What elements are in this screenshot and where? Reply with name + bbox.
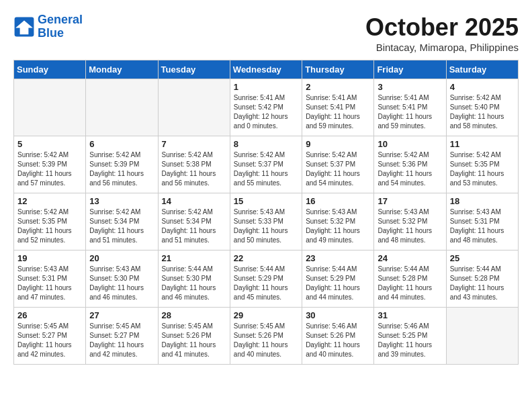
calendar-cell: 19Sunrise: 5:43 AMSunset: 5:31 PMDayligh… [14, 250, 86, 308]
location-subtitle: Bintacay, Mimaropa, Philippines [365, 42, 519, 53]
calendar-cell: 6Sunrise: 5:42 AMSunset: 5:39 PMDaylight… [86, 136, 158, 193]
day-number: 31 [378, 310, 442, 320]
logo-text: General Blue [38, 13, 83, 40]
calendar-cell: 24Sunrise: 5:44 AMSunset: 5:28 PMDayligh… [374, 250, 446, 308]
day-number: 13 [89, 196, 154, 206]
day-info: Sunrise: 5:44 AMSunset: 5:30 PMDaylight:… [162, 265, 226, 302]
calendar-cell: 9Sunrise: 5:42 AMSunset: 5:37 PMDaylight… [302, 136, 374, 193]
calendar-cell: 22Sunrise: 5:44 AMSunset: 5:29 PMDayligh… [230, 250, 302, 308]
day-number: 15 [234, 196, 298, 206]
day-number: 5 [17, 139, 82, 149]
calendar-cell: 18Sunrise: 5:43 AMSunset: 5:31 PMDayligh… [446, 193, 518, 250]
logo: General Blue [13, 13, 83, 40]
weekday-header-monday: Monday [86, 60, 158, 79]
day-number: 21 [162, 253, 226, 263]
day-number: 20 [89, 253, 154, 263]
calendar-table: SundayMondayTuesdayWednesdayThursdayFrid… [13, 60, 519, 365]
day-number: 11 [450, 139, 515, 149]
day-info: Sunrise: 5:41 AMSunset: 5:42 PMDaylight:… [234, 93, 298, 131]
day-info: Sunrise: 5:42 AMSunset: 5:38 PMDaylight:… [162, 150, 226, 188]
day-info: Sunrise: 5:43 AMSunset: 5:32 PMDaylight:… [378, 208, 442, 245]
day-info: Sunrise: 5:46 AMSunset: 5:25 PMDaylight:… [378, 322, 442, 359]
day-number: 14 [162, 196, 226, 206]
calendar-cell: 1Sunrise: 5:41 AMSunset: 5:42 PMDaylight… [230, 79, 302, 136]
calendar-cell: 13Sunrise: 5:42 AMSunset: 5:34 PMDayligh… [86, 193, 158, 250]
day-info: Sunrise: 5:42 AMSunset: 5:37 PMDaylight:… [306, 150, 370, 188]
day-info: Sunrise: 5:42 AMSunset: 5:35 PMDaylight:… [17, 208, 82, 245]
day-number: 23 [306, 253, 370, 263]
day-info: Sunrise: 5:45 AMSunset: 5:27 PMDaylight:… [89, 322, 154, 359]
day-info: Sunrise: 5:41 AMSunset: 5:41 PMDaylight:… [378, 93, 442, 131]
calendar-cell [158, 79, 230, 136]
day-number: 7 [162, 139, 226, 149]
day-info: Sunrise: 5:43 AMSunset: 5:32 PMDaylight:… [306, 208, 370, 245]
day-number: 16 [306, 196, 370, 206]
day-number: 18 [450, 196, 515, 206]
weekday-header-thursday: Thursday [302, 60, 374, 79]
day-info: Sunrise: 5:46 AMSunset: 5:26 PMDaylight:… [306, 322, 370, 359]
calendar-cell: 30Sunrise: 5:46 AMSunset: 5:26 PMDayligh… [302, 308, 374, 365]
calendar-cell: 25Sunrise: 5:44 AMSunset: 5:28 PMDayligh… [446, 250, 518, 308]
calendar-cell: 28Sunrise: 5:45 AMSunset: 5:26 PMDayligh… [158, 308, 230, 365]
weekday-header-saturday: Saturday [446, 60, 518, 79]
day-number: 10 [378, 139, 442, 149]
day-info: Sunrise: 5:44 AMSunset: 5:29 PMDaylight:… [306, 265, 370, 302]
calendar-cell: 14Sunrise: 5:42 AMSunset: 5:34 PMDayligh… [158, 193, 230, 250]
day-info: Sunrise: 5:42 AMSunset: 5:34 PMDaylight:… [89, 208, 154, 245]
day-number: 9 [306, 139, 370, 149]
weekday-header-tuesday: Tuesday [158, 60, 230, 79]
day-number: 28 [162, 310, 226, 320]
day-number: 8 [234, 139, 298, 149]
calendar-cell: 8Sunrise: 5:42 AMSunset: 5:37 PMDaylight… [230, 136, 302, 193]
calendar-cell: 7Sunrise: 5:42 AMSunset: 5:38 PMDaylight… [158, 136, 230, 193]
day-info: Sunrise: 5:44 AMSunset: 5:28 PMDaylight:… [378, 265, 442, 302]
day-number: 27 [89, 310, 154, 320]
calendar-cell [86, 79, 158, 136]
calendar-cell: 20Sunrise: 5:43 AMSunset: 5:30 PMDayligh… [86, 250, 158, 308]
day-number: 12 [17, 196, 82, 206]
day-info: Sunrise: 5:41 AMSunset: 5:41 PMDaylight:… [306, 93, 370, 131]
calendar-cell: 31Sunrise: 5:46 AMSunset: 5:25 PMDayligh… [374, 308, 446, 365]
day-number: 24 [378, 253, 442, 263]
calendar-cell: 27Sunrise: 5:45 AMSunset: 5:27 PMDayligh… [86, 308, 158, 365]
day-info: Sunrise: 5:42 AMSunset: 5:37 PMDaylight:… [234, 150, 298, 188]
day-info: Sunrise: 5:44 AMSunset: 5:28 PMDaylight:… [450, 265, 515, 302]
calendar-cell: 21Sunrise: 5:44 AMSunset: 5:30 PMDayligh… [158, 250, 230, 308]
day-info: Sunrise: 5:43 AMSunset: 5:31 PMDaylight:… [450, 208, 515, 245]
day-number: 30 [306, 310, 370, 320]
month-title: October 2025 [365, 13, 519, 42]
day-info: Sunrise: 5:42 AMSunset: 5:39 PMDaylight:… [89, 150, 154, 188]
calendar-cell [14, 79, 86, 136]
day-info: Sunrise: 5:42 AMSunset: 5:35 PMDaylight:… [450, 150, 515, 188]
day-number: 19 [17, 253, 82, 263]
day-number: 3 [378, 82, 442, 92]
day-info: Sunrise: 5:42 AMSunset: 5:40 PMDaylight:… [450, 93, 515, 131]
day-number: 25 [450, 253, 515, 263]
calendar-cell: 3Sunrise: 5:41 AMSunset: 5:41 PMDaylight… [374, 79, 446, 136]
day-number: 4 [450, 82, 515, 92]
day-number: 2 [306, 82, 370, 92]
day-info: Sunrise: 5:44 AMSunset: 5:29 PMDaylight:… [234, 265, 298, 302]
day-info: Sunrise: 5:42 AMSunset: 5:34 PMDaylight:… [162, 208, 226, 245]
day-number: 1 [234, 82, 298, 92]
day-info: Sunrise: 5:45 AMSunset: 5:27 PMDaylight:… [17, 322, 82, 359]
title-block: October 2025 Bintacay, Mimaropa, Philipp… [365, 13, 519, 53]
calendar-cell: 11Sunrise: 5:42 AMSunset: 5:35 PMDayligh… [446, 136, 518, 193]
calendar-cell: 5Sunrise: 5:42 AMSunset: 5:39 PMDaylight… [14, 136, 86, 193]
calendar-cell: 10Sunrise: 5:42 AMSunset: 5:36 PMDayligh… [374, 136, 446, 193]
calendar-cell: 17Sunrise: 5:43 AMSunset: 5:32 PMDayligh… [374, 193, 446, 250]
calendar-cell: 26Sunrise: 5:45 AMSunset: 5:27 PMDayligh… [14, 308, 86, 365]
calendar-cell [446, 308, 518, 365]
day-info: Sunrise: 5:42 AMSunset: 5:36 PMDaylight:… [378, 150, 442, 188]
calendar-cell: 16Sunrise: 5:43 AMSunset: 5:32 PMDayligh… [302, 193, 374, 250]
calendar-cell: 4Sunrise: 5:42 AMSunset: 5:40 PMDaylight… [446, 79, 518, 136]
weekday-header-friday: Friday [374, 60, 446, 79]
day-number: 6 [89, 139, 154, 149]
weekday-header-wednesday: Wednesday [230, 60, 302, 79]
calendar-cell: 23Sunrise: 5:44 AMSunset: 5:29 PMDayligh… [302, 250, 374, 308]
day-info: Sunrise: 5:42 AMSunset: 5:39 PMDaylight:… [17, 150, 82, 188]
day-info: Sunrise: 5:45 AMSunset: 5:26 PMDaylight:… [234, 322, 298, 359]
calendar-cell: 29Sunrise: 5:45 AMSunset: 5:26 PMDayligh… [230, 308, 302, 365]
day-number: 26 [17, 310, 82, 320]
day-info: Sunrise: 5:43 AMSunset: 5:33 PMDaylight:… [234, 208, 298, 245]
